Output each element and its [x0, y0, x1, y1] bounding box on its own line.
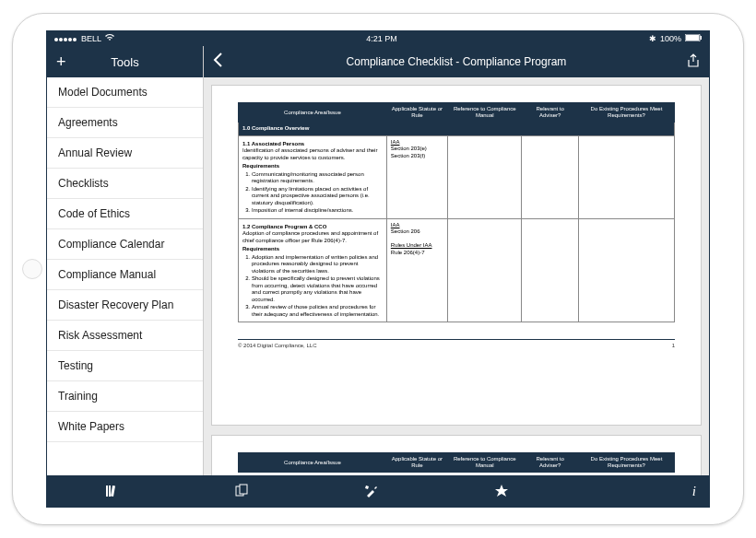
battery-pct: 100%: [660, 34, 681, 43]
info-area: i: [566, 475, 709, 507]
bluetooth-icon: ✱: [649, 34, 656, 43]
sidebar-item-annual-review[interactable]: Annual Review: [47, 138, 203, 169]
table-row: 1.1 Associated Persons Identification of…: [239, 135, 675, 218]
tab-library[interactable]: [47, 475, 177, 507]
main-panel: Compliance Checklist - Compliance Progra…: [204, 46, 709, 475]
doc-copyright: © 2014 Digital Compliance, LLC: [238, 343, 316, 348]
tablet-frame: BELL 4:21 PM ✱ 100% + Tools Model Docume…: [12, 13, 744, 525]
home-button[interactable]: [22, 259, 42, 279]
clock: 4:21 PM: [366, 34, 397, 43]
sidebar-item-agreements[interactable]: Agreements: [47, 108, 203, 138]
doc-page-1: Compliance Area/Issue Applicable Statute…: [211, 85, 702, 426]
sidebar-item-disaster-recovery-plan[interactable]: Disaster Recovery Plan: [47, 290, 203, 321]
info-icon[interactable]: i: [692, 484, 696, 499]
sidebar-item-code-of-ethics[interactable]: Code of Ethics: [47, 199, 203, 229]
sidebar-item-compliance-calendar[interactable]: Compliance Calendar: [47, 229, 203, 260]
signal-dots-icon: [54, 34, 77, 43]
compliance-table: Compliance Area/Issue Applicable Statute…: [238, 102, 675, 322]
col-existing: Do Existing Procedures Meet Requirements…: [578, 103, 674, 123]
share-button[interactable]: [687, 53, 700, 71]
back-button[interactable]: [213, 53, 224, 71]
page-title: Compliance Checklist - Compliance Progra…: [347, 55, 567, 68]
tab-settings[interactable]: [307, 475, 437, 507]
col-statute: Applicable Statute or Rule: [386, 103, 447, 123]
status-bar: BELL 4:21 PM ✱ 100%: [47, 31, 709, 46]
sidebar-item-checklists[interactable]: Checklists: [47, 169, 203, 199]
sidebar-item-training[interactable]: Training: [47, 381, 203, 412]
doc-page-2: Compliance Area/Issue Applicable Statute…: [211, 435, 702, 475]
document-viewer[interactable]: Compliance Area/Issue Applicable Statute…: [204, 77, 709, 475]
tab-favorites[interactable]: [436, 475, 566, 507]
screen: BELL 4:21 PM ✱ 100% + Tools Model Docume…: [46, 30, 710, 508]
sidebar-item-white-papers[interactable]: White Papers: [47, 412, 203, 442]
sidebar-item-compliance-manual[interactable]: Compliance Manual: [47, 260, 203, 290]
svg-rect-4: [240, 485, 247, 494]
sidebar-header: + Tools: [47, 46, 203, 77]
battery-icon: [685, 34, 702, 43]
sidebar-title: Tools: [111, 55, 138, 69]
wifi-icon: [105, 34, 114, 43]
table-row: 1.2 Compliance Program & CCO Adoption of…: [239, 218, 675, 322]
sidebar-item-risk-assessment[interactable]: Risk Assessment: [47, 321, 203, 351]
carrier-label: BELL: [81, 34, 101, 43]
col-area: Compliance Area/Issue: [239, 103, 387, 123]
col-manual: Reference to Compliance Manual: [448, 103, 522, 123]
svg-rect-2: [701, 36, 703, 40]
section-heading: 1.0 Compliance Overview: [239, 123, 675, 136]
svg-rect-1: [686, 35, 699, 41]
bottom-tab-bar: i: [47, 475, 709, 507]
sidebar-item-testing[interactable]: Testing: [47, 351, 203, 381]
add-button[interactable]: +: [56, 53, 66, 72]
sidebar-item-model-documents[interactable]: Model Documents: [47, 77, 203, 108]
sidebar: + Tools Model Documents Agreements Annua…: [47, 46, 204, 475]
col-relevant: Relevant to Adviser?: [522, 103, 578, 123]
tab-documents[interactable]: [177, 475, 307, 507]
sidebar-list: Model Documents Agreements Annual Review…: [47, 77, 203, 475]
doc-page-num: 1: [672, 343, 675, 348]
main-header: Compliance Checklist - Compliance Progra…: [204, 46, 709, 77]
